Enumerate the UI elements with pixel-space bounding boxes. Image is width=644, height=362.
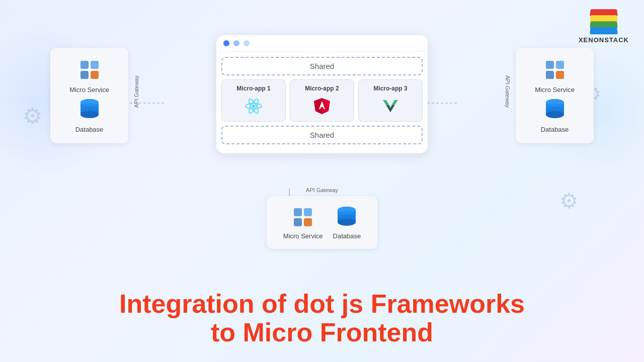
left-db-label: Database: [75, 126, 104, 133]
svg-rect-6: [80, 71, 89, 79]
react-icon: [225, 96, 282, 116]
right-service-box: Micro Service Database: [516, 48, 594, 143]
svg-point-16: [252, 105, 256, 108]
bottom-db-item: Database: [333, 205, 361, 240]
left-service-box: Micro Service Database: [50, 48, 128, 143]
svg-rect-40: [294, 218, 302, 226]
svg-rect-27: [556, 61, 564, 69]
bottom-service-label: Micro Service: [283, 232, 323, 240]
browser-bar: [216, 35, 428, 52]
shared-bar-top: Shared: [221, 57, 423, 75]
api-gateway-right-label: API Gateway: [505, 75, 511, 108]
micro-app-2-label: Micro-app 2: [293, 85, 351, 92]
svg-rect-4: [80, 61, 89, 69]
svg-rect-7: [91, 71, 99, 79]
micro-app-3: Micro-app 3: [358, 79, 423, 122]
micro-app-3-label: Micro-app 3: [362, 85, 419, 92]
svg-rect-29: [556, 71, 564, 79]
micro-app-2: Micro-app 2: [290, 79, 354, 122]
browser-content: Shared Micro-app 1 Micro-: [216, 52, 428, 153]
browser-dot-blue: [223, 40, 229, 46]
logo-layer-blue: [590, 27, 618, 34]
right-db-label: Database: [541, 126, 569, 133]
angular-icon: [293, 96, 351, 116]
bottom-db-icon: [336, 205, 358, 229]
svg-point-8: [88, 68, 92, 72]
shared-bar-bottom: Shared: [221, 126, 423, 144]
vue-icon: [362, 96, 419, 116]
browser-dot-gray2: [244, 40, 250, 46]
micro-app-1: Micro-app 1: [221, 79, 286, 122]
api-gateway-bottom-label: API Gateway: [306, 187, 338, 193]
svg-rect-41: [304, 218, 312, 226]
browser-dot-gray1: [233, 40, 239, 46]
title-section: Integration of dot js Frameworks to Micr…: [0, 290, 644, 347]
diagram-area: Micro Service Database API Gateway Share…: [50, 15, 594, 272]
right-service-label: Micro Service: [535, 86, 575, 94]
svg-point-42: [301, 215, 305, 219]
left-db-icon: [78, 98, 101, 122]
gear-icon-top-left: ⚙: [23, 103, 42, 129]
svg-point-30: [553, 68, 557, 72]
title-line2: to Micro Frontend: [0, 318, 644, 347]
api-gateway-left-label: API Gateway: [133, 75, 139, 108]
svg-point-49: [338, 219, 356, 226]
title-line1: Integration of dot js Frameworks: [0, 290, 644, 318]
right-service-icon: [543, 58, 567, 82]
svg-rect-26: [546, 61, 554, 69]
micro-apps-row: Micro-app 1 Micro-app 2: [221, 79, 423, 122]
bottom-db-label: Database: [333, 232, 361, 240]
bottom-service-item: Micro Service: [283, 205, 323, 240]
bottom-service-icon: [291, 205, 315, 229]
svg-rect-39: [304, 208, 312, 216]
right-db-icon: [544, 98, 566, 122]
svg-rect-28: [546, 71, 554, 79]
bottom-service-box: Micro Service Database: [267, 196, 377, 249]
micro-app-1-label: Micro-app 1: [225, 85, 282, 92]
browser-window: Shared Micro-app 1 Micro-: [216, 35, 428, 153]
svg-marker-25: [386, 105, 394, 112]
left-service-icon: [77, 58, 102, 82]
left-service-label: Micro Service: [69, 86, 109, 94]
svg-point-15: [80, 111, 99, 118]
svg-rect-38: [294, 208, 302, 216]
svg-point-37: [546, 111, 564, 118]
svg-rect-5: [91, 61, 99, 69]
